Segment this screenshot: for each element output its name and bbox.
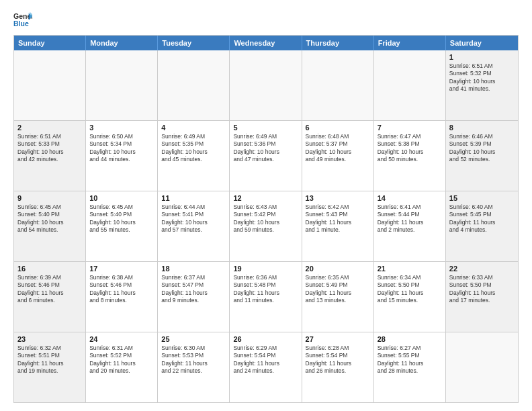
day-info: Sunrise: 6:34 AM Sunset: 5:50 PM Dayligh…	[378, 274, 442, 305]
calendar-day-cell: 4Sunrise: 6:49 AM Sunset: 5:35 PM Daylig…	[158, 121, 230, 191]
calendar-day-cell: 12Sunrise: 6:43 AM Sunset: 5:42 PM Dayli…	[230, 191, 302, 261]
calendar-week-row: 9Sunrise: 6:45 AM Sunset: 5:40 PM Daylig…	[14, 191, 518, 261]
calendar-day-cell: 20Sunrise: 6:35 AM Sunset: 5:49 PM Dayli…	[302, 262, 374, 332]
day-info: Sunrise: 6:27 AM Sunset: 5:55 PM Dayligh…	[378, 345, 442, 375]
day-info: Sunrise: 6:47 AM Sunset: 5:38 PM Dayligh…	[378, 133, 442, 164]
calendar-day-cell: 18Sunrise: 6:37 AM Sunset: 5:47 PM Dayli…	[158, 262, 230, 332]
day-number: 10	[89, 194, 154, 202]
day-of-week-header: Monday	[86, 36, 158, 50]
calendar-day-cell: 28Sunrise: 6:27 AM Sunset: 5:55 PM Dayli…	[374, 332, 446, 402]
calendar-day-cell: 21Sunrise: 6:34 AM Sunset: 5:50 PM Dayli…	[374, 262, 446, 332]
calendar-header: SundayMondayTuesdayWednesdayThursdayFrid…	[14, 36, 518, 50]
day-of-week-header: Sunday	[14, 36, 86, 50]
day-number: 12	[233, 194, 298, 202]
day-of-week-header: Friday	[374, 36, 446, 50]
day-number: 9	[17, 194, 82, 202]
calendar-day-cell	[158, 50, 230, 120]
day-info: Sunrise: 6:51 AM Sunset: 5:33 PM Dayligh…	[17, 133, 82, 164]
day-number: 16	[17, 265, 82, 273]
day-number: 4	[161, 124, 226, 132]
day-info: Sunrise: 6:45 AM Sunset: 5:40 PM Dayligh…	[89, 203, 154, 234]
calendar-day-cell	[86, 50, 158, 120]
day-info: Sunrise: 6:37 AM Sunset: 5:47 PM Dayligh…	[161, 274, 226, 305]
calendar-day-cell	[446, 332, 518, 402]
calendar-day-cell: 11Sunrise: 6:44 AM Sunset: 5:41 PM Dayli…	[158, 191, 230, 261]
calendar-week-row: 16Sunrise: 6:39 AM Sunset: 5:46 PM Dayli…	[14, 261, 518, 332]
header: General Blue	[13, 11, 519, 30]
day-number: 19	[233, 265, 298, 273]
day-info: Sunrise: 6:31 AM Sunset: 5:52 PM Dayligh…	[89, 345, 154, 375]
calendar-day-cell: 9Sunrise: 6:45 AM Sunset: 5:40 PM Daylig…	[14, 191, 86, 261]
day-number: 26	[233, 335, 298, 343]
day-number: 21	[378, 265, 442, 273]
calendar-day-cell: 2Sunrise: 6:51 AM Sunset: 5:33 PM Daylig…	[14, 121, 86, 191]
day-number: 24	[89, 335, 154, 343]
day-number: 14	[378, 194, 442, 202]
day-info: Sunrise: 6:42 AM Sunset: 5:43 PM Dayligh…	[306, 203, 370, 234]
day-info: Sunrise: 6:35 AM Sunset: 5:49 PM Dayligh…	[306, 274, 370, 305]
day-number: 8	[449, 124, 515, 132]
calendar-day-cell: 25Sunrise: 6:30 AM Sunset: 5:53 PM Dayli…	[158, 332, 230, 402]
calendar-day-cell	[302, 50, 374, 120]
calendar-day-cell: 3Sunrise: 6:50 AM Sunset: 5:34 PM Daylig…	[86, 121, 158, 191]
calendar-week-row: 1Sunrise: 6:51 AM Sunset: 5:32 PM Daylig…	[14, 50, 518, 120]
day-number: 6	[306, 124, 370, 132]
day-of-week-header: Wednesday	[230, 36, 302, 50]
day-info: Sunrise: 6:39 AM Sunset: 5:46 PM Dayligh…	[17, 274, 82, 305]
day-number: 22	[449, 265, 515, 273]
calendar-day-cell: 1Sunrise: 6:51 AM Sunset: 5:32 PM Daylig…	[446, 50, 518, 120]
day-info: Sunrise: 6:28 AM Sunset: 5:54 PM Dayligh…	[306, 345, 370, 375]
calendar-day-cell	[374, 50, 446, 120]
day-info: Sunrise: 6:40 AM Sunset: 5:45 PM Dayligh…	[449, 203, 515, 234]
day-number: 11	[161, 194, 226, 202]
day-of-week-header: Saturday	[446, 36, 518, 50]
day-info: Sunrise: 6:38 AM Sunset: 5:46 PM Dayligh…	[89, 274, 154, 305]
day-info: Sunrise: 6:43 AM Sunset: 5:42 PM Dayligh…	[233, 203, 298, 234]
calendar-day-cell: 17Sunrise: 6:38 AM Sunset: 5:46 PM Dayli…	[86, 262, 158, 332]
day-info: Sunrise: 6:51 AM Sunset: 5:32 PM Dayligh…	[449, 62, 515, 93]
day-info: Sunrise: 6:50 AM Sunset: 5:34 PM Dayligh…	[89, 133, 154, 164]
day-info: Sunrise: 6:41 AM Sunset: 5:44 PM Dayligh…	[378, 203, 442, 234]
calendar-day-cell	[14, 50, 86, 120]
day-number: 1	[449, 53, 515, 61]
calendar-day-cell	[230, 50, 302, 120]
calendar-day-cell: 16Sunrise: 6:39 AM Sunset: 5:46 PM Dayli…	[14, 262, 86, 332]
calendar: SundayMondayTuesdayWednesdayThursdayFrid…	[13, 35, 519, 403]
calendar-day-cell: 13Sunrise: 6:42 AM Sunset: 5:43 PM Dayli…	[302, 191, 374, 261]
day-number: 7	[378, 124, 442, 132]
day-number: 27	[306, 335, 370, 343]
day-info: Sunrise: 6:29 AM Sunset: 5:54 PM Dayligh…	[233, 345, 298, 375]
calendar-day-cell: 7Sunrise: 6:47 AM Sunset: 5:38 PM Daylig…	[374, 121, 446, 191]
calendar-week-row: 2Sunrise: 6:51 AM Sunset: 5:33 PM Daylig…	[14, 120, 518, 191]
day-info: Sunrise: 6:44 AM Sunset: 5:41 PM Dayligh…	[161, 203, 226, 234]
svg-text:Blue: Blue	[13, 19, 29, 28]
day-info: Sunrise: 6:30 AM Sunset: 5:53 PM Dayligh…	[161, 345, 226, 375]
day-number: 23	[17, 335, 82, 343]
day-number: 3	[89, 124, 154, 132]
calendar-day-cell: 14Sunrise: 6:41 AM Sunset: 5:44 PM Dayli…	[374, 191, 446, 261]
day-info: Sunrise: 6:33 AM Sunset: 5:50 PM Dayligh…	[449, 274, 515, 305]
day-info: Sunrise: 6:32 AM Sunset: 5:51 PM Dayligh…	[17, 345, 82, 375]
day-number: 25	[161, 335, 226, 343]
day-info: Sunrise: 6:46 AM Sunset: 5:39 PM Dayligh…	[449, 133, 515, 164]
day-info: Sunrise: 6:45 AM Sunset: 5:40 PM Dayligh…	[17, 203, 82, 234]
day-number: 13	[306, 194, 370, 202]
day-info: Sunrise: 6:48 AM Sunset: 5:37 PM Dayligh…	[306, 133, 370, 164]
day-of-week-header: Thursday	[302, 36, 374, 50]
page: General Blue SundayMondayTuesdayWednesda…	[0, 0, 532, 411]
day-info: Sunrise: 6:49 AM Sunset: 5:36 PM Dayligh…	[233, 133, 298, 164]
day-number: 15	[449, 194, 515, 202]
day-number: 2	[17, 124, 82, 132]
calendar-day-cell: 10Sunrise: 6:45 AM Sunset: 5:40 PM Dayli…	[86, 191, 158, 261]
day-info: Sunrise: 6:36 AM Sunset: 5:48 PM Dayligh…	[233, 274, 298, 305]
calendar-body: 1Sunrise: 6:51 AM Sunset: 5:32 PM Daylig…	[14, 50, 518, 402]
day-number: 28	[378, 335, 442, 343]
day-of-week-header: Tuesday	[158, 36, 230, 50]
calendar-day-cell: 15Sunrise: 6:40 AM Sunset: 5:45 PM Dayli…	[446, 191, 518, 261]
day-number: 20	[306, 265, 370, 273]
calendar-day-cell: 22Sunrise: 6:33 AM Sunset: 5:50 PM Dayli…	[446, 262, 518, 332]
calendar-week-row: 23Sunrise: 6:32 AM Sunset: 5:51 PM Dayli…	[14, 332, 518, 402]
calendar-day-cell: 26Sunrise: 6:29 AM Sunset: 5:54 PM Dayli…	[230, 332, 302, 402]
logo: General Blue	[13, 11, 32, 30]
day-info: Sunrise: 6:49 AM Sunset: 5:35 PM Dayligh…	[161, 133, 226, 164]
